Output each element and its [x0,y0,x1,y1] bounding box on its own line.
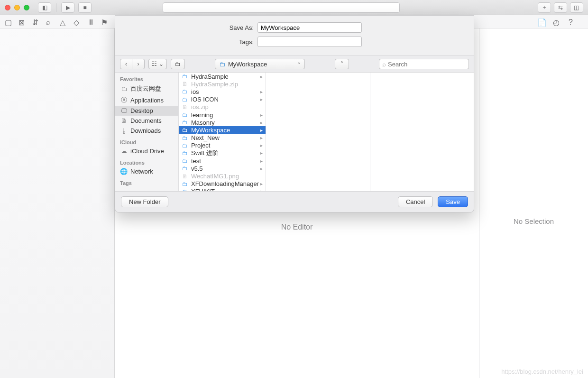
close-window-button[interactable] [5,5,10,10]
search-input[interactable] [388,61,466,68]
file-row[interactable]: 🗀v5.5▸ [179,165,266,172]
tags-label: Tags: [125,38,257,46]
desktop-icon: 🖵 [120,107,128,114]
file-row[interactable]: 🗀Swift 进阶▸ [179,149,266,157]
file-row[interactable]: 🗀Masonry▸ [179,119,266,126]
sidebar-item-label: Applications [130,97,164,104]
file-row[interactable]: 🗀learning▸ [179,111,266,119]
group-button[interactable]: 🗀 [171,59,185,69]
cloud-icon: ☁ [120,148,128,155]
minimize-window-button[interactable] [14,5,20,10]
file-row[interactable]: 🗀ios▸ [179,88,266,95]
chevron-right-icon: ▸ [260,150,263,156]
network-icon: 🌐 [120,168,128,175]
file-icon: 🗎 [182,173,188,180]
file-row[interactable]: 🗀Next_New▸ [179,134,266,142]
breakpoint-nav-icon[interactable]: ⚑ [101,18,108,25]
project-navigator[interactable] [0,28,115,378]
traffic-lights [5,5,29,10]
test-nav-icon[interactable]: ◇ [74,18,81,25]
file-name: HydraSample [191,73,229,80]
new-folder-button[interactable]: New Folder [121,196,168,207]
panel-toggle-button[interactable]: ◫ [570,2,583,13]
file-name: learning [191,111,213,119]
window-titlebar: ◧ ▶ ■ ＋ ⇆ ◫ [0,0,588,15]
forward-button[interactable]: › [132,59,145,69]
chevron-right-icon: ▸ [260,97,263,102]
stop-button[interactable]: ■ [78,2,92,13]
file-row[interactable]: 🗀MyWorkspace▸ [179,126,266,134]
save-button[interactable]: Save [438,196,468,207]
file-row[interactable]: 🗀XFDownloadingManager▸ [179,180,266,188]
sidebar-item-label: iCloud Drive [130,148,164,155]
search-nav-icon[interactable]: ⌕ [46,18,53,25]
save-sheet: Save As: Tags: ‹ › ☷⌄ 🗀 🗀MyWorkspace ⌃ ˄… [115,15,474,212]
sidebar-item-desktop[interactable]: 🖵Desktop [115,106,178,116]
chevron-right-icon: ▸ [260,112,263,118]
file-name: MyWorkspace [191,127,230,134]
file-row[interactable]: 🗀test▸ [179,157,266,165]
cancel-button[interactable]: Cancel [398,196,433,207]
tags-input[interactable] [257,37,362,47]
toggle-sidebar-button[interactable]: ◧ [38,2,51,13]
sidebar-item-百度云网盘[interactable]: 🗀百度云网盘 [115,83,178,94]
debug-nav-icon[interactable]: ⏸ [87,18,94,25]
folder-icon: 🗀 [182,181,188,187]
file-name: Next_New [191,134,220,141]
file-inspector-icon[interactable]: 📄 [537,18,544,25]
file-column-2[interactable] [370,73,474,191]
watermark: https://blog.csdn.net/henry_lei [501,368,583,375]
file-column-1[interactable] [266,73,370,191]
symbol-nav-icon[interactable]: ⊠ [18,18,26,25]
add-button[interactable]: ＋ [538,2,551,13]
file-row[interactable]: 🗎ios.zip [179,103,266,111]
sheet-footer: New Folder Cancel Save [115,191,474,212]
activity-view[interactable] [163,2,400,13]
docs-icon: 🗎 [120,117,128,124]
run-button[interactable]: ▶ [61,2,74,13]
file-column-0[interactable]: 🗀HydraSample▸🗎HydraSample.zip🗀ios▸🗀iOS I… [179,73,266,191]
search-field[interactable]: ⌕ [379,59,469,69]
file-row[interactable]: 🗀iOS ICON▸ [179,96,266,103]
apps-icon: Ⓐ [120,96,128,104]
chevron-right-icon: ▸ [260,158,263,164]
view-mode-button[interactable]: ☷⌄ [148,59,167,69]
file-row[interactable]: 🗀HydraSample▸ [179,73,266,80]
browser-sidebar[interactable]: Favorites🗀百度云网盘ⒶApplications🖵Desktop🗎Doc… [115,73,179,191]
sidebar-item-downloads[interactable]: ⭳Downloads [115,126,178,136]
collapse-button[interactable]: ˄ [335,59,349,69]
no-selection-label: No Selection [514,217,554,225]
folder-icon: 🗀 [182,96,188,103]
file-name: Project [191,142,210,149]
file-icon: 🗎 [182,104,188,111]
chevron-right-icon: ▸ [260,135,263,140]
file-row[interactable]: 🗎HydraSample.zip [179,80,266,88]
no-editor-label: No Editor [115,223,479,231]
file-row[interactable]: 🗎WechatIMG1.png [179,172,266,180]
issue-nav-icon[interactable]: △ [60,18,67,25]
folder-nav-icon[interactable]: ▢ [5,18,12,25]
save-as-input[interactable] [257,22,362,33]
path-popup[interactable]: 🗀MyWorkspace ⌃ [215,59,305,69]
folder-icon: 🗀 [182,142,188,149]
sidebar-section-header: iCloud [115,136,178,146]
sidebar-item-applications[interactable]: ⒶApplications [115,94,178,106]
sidebar-item-documents[interactable]: 🗎Documents [115,116,178,126]
back-button[interactable]: ‹ [120,59,132,69]
file-row[interactable]: 🗀Project▸ [179,142,266,149]
code-review-button[interactable]: ⇆ [554,2,567,13]
help-inspector-icon[interactable]: ? [569,18,576,25]
popup-arrows-icon: ⌃ [297,62,301,67]
hierarchy-icon[interactable]: ⇵ [32,18,39,25]
zoom-window-button[interactable] [24,5,29,10]
sidebar-item-icloud-drive[interactable]: ☁iCloud Drive [115,146,178,156]
file-name: v5.5 [191,165,203,172]
sidebar-item-network[interactable]: 🌐Network [115,166,178,176]
chevron-right-icon: ▸ [260,89,263,94]
folder-icon: 🗀 [182,119,188,126]
sidebar-item-label: Network [130,168,153,175]
history-inspector-icon[interactable]: ◴ [553,18,560,25]
folder-icon: 🗀 [182,157,188,164]
file-row[interactable]: 🗀XFUIKIT▸ [179,188,266,191]
inspector-tabs: 📄 ◴ ? [537,18,583,25]
